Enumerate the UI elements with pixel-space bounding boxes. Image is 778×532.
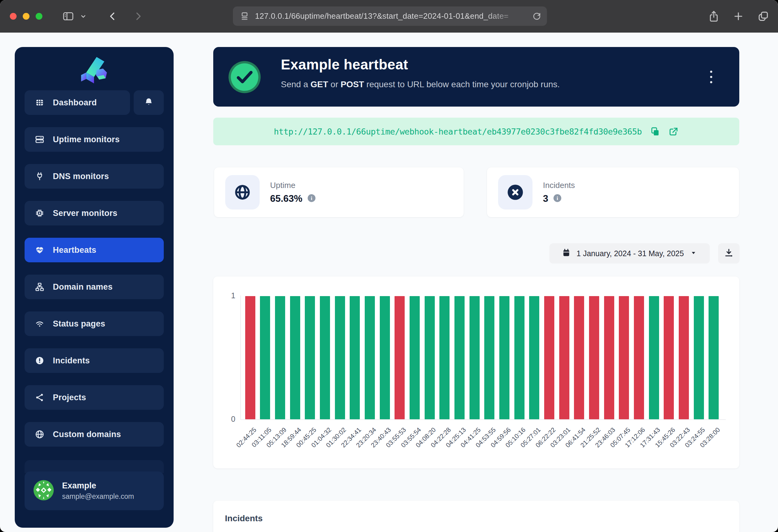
notifications-button[interactable]	[134, 90, 164, 115]
bar-up[interactable]	[694, 296, 704, 419]
app-logo[interactable]	[15, 47, 174, 88]
sidebar-item-custom-domains[interactable]: Custom domains	[24, 422, 164, 447]
plug-icon	[34, 171, 45, 182]
external-link-icon[interactable]	[668, 126, 679, 137]
bar-up[interactable]	[260, 296, 270, 419]
copy-icon[interactable]	[650, 126, 660, 137]
sidebar-item-partial[interactable]	[24, 460, 164, 473]
sidebar-item-uptime-monitors[interactable]: Uptime monitors	[24, 127, 164, 152]
sidebar: DashboardUptime monitorsDNS monitorsServ…	[15, 47, 174, 528]
bar-up[interactable]	[305, 296, 315, 419]
bar-up[interactable]	[455, 296, 465, 419]
stat-label: Incidents	[543, 181, 575, 190]
bar-up[interactable]	[350, 296, 360, 419]
bar-down[interactable]	[634, 296, 644, 419]
sidebar-item-label: Custom domains	[53, 430, 121, 439]
bar-down[interactable]	[245, 296, 255, 419]
info-icon[interactable]: i	[552, 193, 562, 204]
sidebar-item-dns-monitors[interactable]: DNS monitors	[24, 164, 164, 189]
info-icon[interactable]: i	[307, 193, 316, 204]
wifi-icon	[34, 319, 45, 329]
close-button[interactable]	[10, 13, 17, 20]
globe-icon	[34, 429, 45, 440]
page-title: Example heartbeat	[281, 56, 408, 73]
bar-up[interactable]	[275, 296, 285, 419]
sidebar-item-label: DNS monitors	[53, 172, 109, 181]
bar-up[interactable]	[380, 296, 390, 419]
profile-card[interactable]: Example sample@example.com	[24, 471, 164, 510]
reload-icon[interactable]	[532, 12, 541, 21]
date-range-label: 1 January, 2024 - 31 May, 2025	[576, 249, 684, 258]
alert-circle-icon	[34, 355, 45, 366]
sidebar-item-incidents[interactable]: Incidents	[24, 348, 164, 373]
bar-up[interactable]	[409, 296, 420, 419]
bar-up[interactable]	[484, 296, 494, 419]
sidebar-item-label: Status pages	[53, 319, 105, 329]
sidebar-item-label: Domain names	[53, 282, 112, 292]
profile-email: sample@example.com	[62, 493, 134, 501]
bar-down[interactable]	[664, 296, 674, 419]
bar-down[interactable]	[589, 296, 599, 419]
forward-icon[interactable]	[133, 11, 144, 22]
sidebar-item-label: Dashboard	[53, 98, 97, 107]
globe-icon	[225, 175, 260, 209]
bar-down[interactable]	[679, 296, 689, 419]
check-circle-icon	[227, 60, 262, 96]
stat-label: Uptime	[270, 181, 316, 190]
sidebar-toggle-icon[interactable]	[62, 10, 75, 22]
bar-down[interactable]	[574, 296, 584, 419]
profile-name: Example	[62, 481, 134, 491]
toolbar-right-icons	[708, 0, 769, 32]
sitemap-icon	[34, 282, 45, 292]
sidebar-item-server-monitors[interactable]: Server monitors	[24, 201, 164, 226]
bar-up[interactable]	[499, 296, 510, 419]
bar-down[interactable]	[559, 296, 569, 419]
bar-up[interactable]	[365, 296, 375, 419]
bar-up[interactable]	[320, 296, 330, 419]
bar-up[interactable]	[335, 296, 345, 419]
bar-up[interactable]	[424, 296, 435, 419]
minimize-button[interactable]	[23, 13, 29, 20]
sidebar-item-dashboard[interactable]: Dashboard	[24, 90, 130, 115]
bell-icon	[144, 97, 154, 108]
sidebar-item-label: Uptime monitors	[53, 135, 120, 144]
bar-down[interactable]	[544, 296, 554, 419]
window-controls	[10, 13, 43, 20]
tab-overview-icon[interactable]	[757, 10, 769, 22]
bar-up[interactable]	[440, 296, 450, 419]
zoom-button[interactable]	[35, 13, 43, 20]
bar-up[interactable]	[649, 296, 659, 419]
webhook-url[interactable]: http://127.0.0.1/66uptime/webhook-heartb…	[274, 127, 641, 137]
incidents-section-card: Incidents	[213, 501, 739, 532]
address-bar[interactable]: 127.0.0.1/66uptime/heartbeat/13?&start_d…	[233, 6, 547, 26]
bar-up[interactable]	[514, 296, 525, 419]
sidebar-item-projects[interactable]: Projects	[24, 385, 164, 410]
share-icon[interactable]	[708, 10, 720, 23]
stat-value: 3	[543, 193, 548, 204]
sidebar-item-label: Server monitors	[53, 208, 118, 218]
new-tab-icon[interactable]	[732, 10, 744, 22]
date-range-picker[interactable]: 1 January, 2024 - 31 May, 2025	[549, 243, 710, 264]
webhook-url-banner: http://127.0.0.1/66uptime/webhook-heartb…	[213, 118, 739, 145]
sidebar-item-heartbeats[interactable]: Heartbeats	[24, 238, 164, 262]
bar-down[interactable]	[619, 296, 629, 419]
identicon-avatar	[33, 480, 54, 502]
bar-down[interactable]	[395, 296, 405, 419]
sidebar-item-domain-names[interactable]: Domain names	[24, 275, 164, 299]
sidebar-item-status-pages[interactable]: Status pages	[24, 312, 164, 336]
sidebar-item-label: Incidents	[53, 356, 90, 365]
back-icon[interactable]	[107, 11, 118, 22]
kebab-menu-icon[interactable]	[705, 66, 717, 88]
bar-up[interactable]	[290, 296, 300, 419]
bar-up[interactable]	[529, 296, 539, 419]
bar-up[interactable]	[469, 296, 480, 419]
bar-up[interactable]	[709, 296, 719, 419]
download-icon	[724, 248, 734, 259]
bar-down[interactable]	[604, 296, 614, 419]
grid-icon	[34, 97, 45, 108]
chevron-down-icon[interactable]	[79, 12, 87, 20]
download-button[interactable]	[718, 243, 740, 264]
server-stack-icon	[34, 134, 45, 145]
x-circle-icon	[498, 175, 533, 209]
url-text: 127.0.0.1/66uptime/heartbeat/13?&start_d…	[255, 11, 532, 21]
